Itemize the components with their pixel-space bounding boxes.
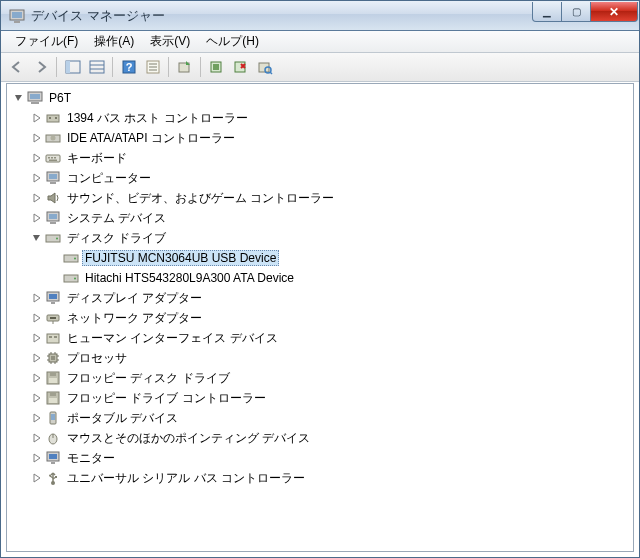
tree-node-floppy-drive[interactable]: フロッピー ディスク ドライブ	[9, 368, 631, 388]
tree-panel[interactable]: P6T 1394 バス ホスト コントローラー IDE ATA/ATAPI コン…	[6, 83, 634, 552]
svg-rect-2	[14, 21, 20, 23]
disable-button[interactable]	[229, 56, 252, 79]
node-label: ポータブル デバイス	[64, 409, 181, 428]
svg-rect-67	[49, 378, 57, 383]
tree-node-system[interactable]: システム デバイス	[9, 208, 631, 228]
expand-icon[interactable]	[31, 152, 43, 164]
svg-point-26	[55, 117, 57, 119]
svg-rect-76	[49, 454, 57, 459]
mouse-icon	[45, 430, 61, 446]
menubar: ファイル(F) 操作(A) 表示(V) ヘルプ(H)	[1, 31, 639, 53]
svg-rect-38	[49, 214, 57, 219]
expand-icon[interactable]	[31, 372, 43, 384]
tree-node-disk-fujitsu[interactable]: FUJITSU MCN3064UB USB Device	[9, 248, 631, 268]
svg-line-20	[270, 72, 272, 74]
menu-view[interactable]: 表示(V)	[142, 31, 198, 52]
expand-icon[interactable]	[31, 112, 43, 124]
node-label: P6T	[46, 90, 74, 106]
svg-rect-5	[90, 61, 104, 73]
drive-icon	[45, 130, 61, 146]
menu-help[interactable]: ヘルプ(H)	[198, 31, 267, 52]
svg-rect-1	[12, 12, 22, 18]
properties-button[interactable]	[141, 56, 164, 79]
collapse-icon[interactable]	[13, 92, 25, 104]
svg-rect-35	[49, 174, 57, 179]
svg-rect-16	[213, 64, 219, 70]
expand-icon[interactable]	[31, 192, 43, 204]
svg-rect-54	[54, 336, 57, 338]
svg-rect-50	[50, 317, 56, 319]
close-button[interactable]: ✕	[590, 2, 638, 22]
expand-icon[interactable]	[31, 292, 43, 304]
svg-text:?: ?	[125, 61, 132, 73]
tree-root[interactable]: P6T	[9, 88, 631, 108]
expand-icon[interactable]	[31, 412, 43, 424]
tree-node-ide[interactable]: IDE ATA/ATAPI コントローラー	[9, 128, 631, 148]
node-label: 1394 バス ホスト コントローラー	[64, 109, 251, 128]
back-button[interactable]	[5, 56, 28, 79]
forward-button[interactable]	[29, 56, 52, 79]
tree-node-floppy-ctrl[interactable]: フロッピー ドライブ コントローラー	[9, 388, 631, 408]
tree-node-computer[interactable]: コンピューター	[9, 168, 631, 188]
tree-node-mouse[interactable]: マウスとそのほかのポインティング デバイス	[9, 428, 631, 448]
tree-node-disk-hitachi[interactable]: Hitachi HTS543280L9A300 ATA Device	[9, 268, 631, 288]
separator	[168, 57, 169, 77]
node-label: フロッピー ドライブ コントローラー	[64, 389, 269, 408]
svg-rect-32	[54, 157, 56, 159]
menu-action[interactable]: 操作(A)	[86, 31, 142, 52]
toolbar: ?	[1, 53, 639, 82]
collapse-icon[interactable]	[31, 232, 43, 244]
expand-icon[interactable]	[31, 172, 43, 184]
scan-hardware-button[interactable]	[253, 56, 276, 79]
expand-icon[interactable]	[31, 212, 43, 224]
system-icon	[45, 210, 61, 226]
node-label: ヒューマン インターフェイス デバイス	[64, 329, 281, 348]
tree-node-sound[interactable]: サウンド、ビデオ、およびゲーム コントローラー	[9, 188, 631, 208]
tree-node-1394[interactable]: 1394 バス ホスト コントローラー	[9, 108, 631, 128]
svg-rect-53	[49, 336, 52, 338]
svg-rect-56	[51, 356, 55, 360]
help-button[interactable]: ?	[117, 56, 140, 79]
monitor-icon	[45, 450, 61, 466]
node-label: ディスプレイ アダプター	[64, 289, 205, 308]
expand-icon[interactable]	[31, 432, 43, 444]
maximize-button[interactable]: ▢	[561, 2, 591, 22]
svg-rect-24	[47, 115, 59, 122]
portable-icon	[45, 410, 61, 426]
uninstall-button[interactable]	[205, 56, 228, 79]
expand-icon[interactable]	[31, 452, 43, 464]
expand-icon[interactable]	[31, 132, 43, 144]
expand-icon[interactable]	[31, 352, 43, 364]
speaker-icon	[45, 190, 61, 206]
minimize-button[interactable]: ▁	[532, 2, 562, 22]
expand-icon[interactable]	[31, 332, 43, 344]
menu-file[interactable]: ファイル(F)	[7, 31, 86, 52]
tree-node-hid[interactable]: ヒューマン インターフェイス デバイス	[9, 328, 631, 348]
tree-node-disk[interactable]: ディスク ドライブ	[9, 228, 631, 248]
tree-node-display[interactable]: ディスプレイ アダプター	[9, 288, 631, 308]
node-label: サウンド、ビデオ、およびゲーム コントローラー	[64, 189, 337, 208]
tree-node-keyboard[interactable]: キーボード	[9, 148, 631, 168]
svg-point-25	[49, 117, 51, 119]
show-hide-tree-button[interactable]	[61, 56, 84, 79]
tree-node-processor[interactable]: プロセッサ	[9, 348, 631, 368]
svg-rect-52	[47, 334, 59, 343]
tree-node-portable[interactable]: ポータブル デバイス	[9, 408, 631, 428]
tree-node-monitor[interactable]: モニター	[9, 448, 631, 468]
node-label: コンピューター	[64, 169, 154, 188]
separator	[112, 57, 113, 77]
svg-rect-66	[50, 372, 56, 376]
update-driver-button[interactable]	[173, 56, 196, 79]
expand-icon[interactable]	[31, 312, 43, 324]
titlebar[interactable]: デバイス マネージャー ▁ ▢ ✕	[1, 1, 639, 31]
expand-icon[interactable]	[31, 472, 43, 484]
svg-point-41	[56, 238, 58, 240]
node-label: プロセッサ	[64, 349, 130, 368]
node-label: ディスク ドライブ	[64, 229, 169, 248]
tree-node-network[interactable]: ネットワーク アダプター	[9, 308, 631, 328]
svg-rect-23	[31, 102, 39, 104]
view-button[interactable]	[85, 56, 108, 79]
cpu-icon	[45, 350, 61, 366]
expand-icon[interactable]	[31, 392, 43, 404]
tree-node-usb[interactable]: ユニバーサル シリアル バス コントローラー	[9, 468, 631, 488]
